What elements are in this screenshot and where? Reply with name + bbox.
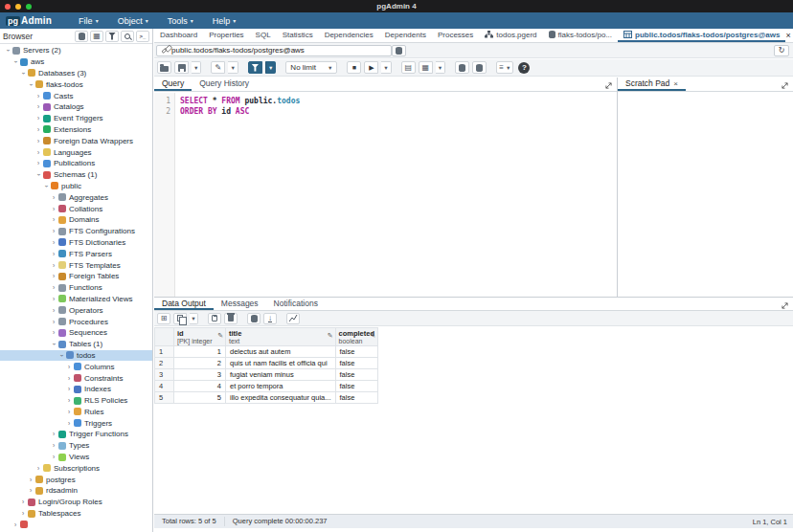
collapse-icon[interactable]: › — [51, 341, 57, 348]
edit-column-icon[interactable]: ✎ — [328, 332, 333, 340]
macros-button[interactable]: ≡▼ — [496, 61, 513, 74]
expand-icon[interactable]: › — [65, 375, 73, 382]
commit-button[interactable] — [455, 61, 469, 74]
tree-node-foreign-tables[interactable]: ›Foreign Tables — [0, 271, 152, 282]
tree-node-collations[interactable]: ›Collations — [0, 203, 152, 214]
tab-todos-pgerd[interactable]: todos.pgerd — [479, 29, 542, 42]
edit-options-dropdown[interactable]: ▼ — [228, 61, 238, 74]
tab-notifications[interactable]: Notifications — [266, 298, 326, 310]
expand-editor-button[interactable] — [605, 76, 612, 93]
expand-icon[interactable]: › — [50, 194, 57, 201]
tab-properties[interactable]: Properties — [203, 29, 249, 42]
close-tab-button[interactable]: × — [785, 31, 790, 40]
filter-options-dropdown[interactable]: ▼ — [265, 61, 276, 74]
expand-icon[interactable]: › — [50, 307, 57, 314]
collapse-icon[interactable]: › — [58, 351, 65, 359]
tree-node-flaks-todos[interactable]: ›flaks-todos — [0, 78, 152, 90]
tree-node-columns[interactable]: ›Columns — [0, 361, 152, 372]
tree-node-functions[interactable]: ›Functions — [0, 282, 152, 294]
download-button[interactable]: ↓ — [263, 313, 277, 324]
save-data-button[interactable] — [247, 313, 261, 324]
tree-node-indexes[interactable]: ›Indexes — [0, 384, 152, 395]
object-explorer-grid-button[interactable]: ▦ — [90, 31, 103, 42]
cell-id[interactable]: 3 — [174, 369, 226, 381]
cell-id[interactable]: 1 — [174, 346, 226, 358]
tree-node-schemas-1-[interactable]: ›Schemas (1) — [0, 169, 152, 181]
sql-line[interactable]: SELECT * FROM public.todos — [180, 96, 300, 106]
tree-node-login-group-roles[interactable]: ›Login/Group Roles — [0, 497, 152, 508]
expand-icon[interactable]: › — [65, 386, 73, 392]
select-all-corner[interactable] — [155, 328, 174, 346]
search-objects-button[interactable] — [121, 31, 134, 42]
expand-icon[interactable]: › — [65, 420, 73, 427]
tab-statistics[interactable]: Statistics — [277, 29, 319, 42]
collapse-icon[interactable]: › — [43, 182, 50, 189]
paste-button[interactable] — [208, 313, 221, 324]
delete-row-button[interactable] — [224, 313, 238, 324]
menu-tools[interactable]: Tools▾ — [168, 16, 193, 26]
cell-title[interactable]: illo expedita consequatur quia... — [226, 392, 336, 404]
edit-column-icon[interactable]: ✎ — [217, 332, 223, 340]
menu-file[interactable]: File▾ — [79, 16, 99, 26]
cell-title[interactable]: quis ut nam facilis et officia qui — [226, 358, 336, 369]
new-connection-button[interactable] — [392, 45, 406, 56]
tree-node-rules[interactable]: ›Rules — [0, 407, 152, 418]
column-header-completed[interactable]: completed boolean ✎ — [335, 328, 378, 346]
collapse-icon[interactable]: › — [20, 69, 27, 77]
expand-icon[interactable]: › — [27, 477, 34, 483]
save-file-button[interactable] — [174, 61, 189, 74]
expand-icon[interactable]: › — [19, 510, 27, 517]
filter-tree-button[interactable] — [105, 31, 119, 42]
cell-completed[interactable]: false — [335, 358, 378, 369]
row-number[interactable]: 4 — [155, 381, 174, 392]
copy-button[interactable] — [173, 313, 187, 324]
graph-visualiser-button[interactable] — [286, 313, 300, 324]
sql-editor[interactable]: 12 SELECT * FROM public.todosORDER BY id… — [154, 93, 617, 297]
tree-node-publications[interactable]: ›Publications — [0, 158, 152, 169]
tree-node-domains[interactable]: ›Domains — [0, 214, 152, 226]
expand-icon[interactable]: › — [50, 206, 57, 212]
expand-icon[interactable]: › — [11, 521, 19, 528]
open-file-button[interactable] — [157, 61, 171, 74]
collapse-icon[interactable]: › — [28, 80, 34, 88]
expand-icon[interactable]: › — [65, 364, 73, 370]
collapse-icon[interactable]: › — [5, 47, 11, 55]
explain-button[interactable]: ▤ — [401, 61, 416, 74]
cell-completed[interactable]: false — [335, 381, 378, 392]
expand-icon[interactable]: › — [34, 115, 42, 122]
help-button[interactable]: ? — [518, 62, 530, 74]
expand-icon[interactable]: › — [50, 454, 57, 460]
tree-node-databases-3-[interactable]: ›Databases (3) — [0, 68, 152, 79]
tree-node-todos[interactable]: ›todos — [0, 350, 152, 362]
tree-node-fts-dictionaries[interactable]: ›FTS Dictionaries — [0, 237, 152, 249]
tab-scratch-pad[interactable]: Scratch Pad × — [618, 78, 686, 91]
tab-dependents[interactable]: Dependents — [379, 29, 432, 42]
tree-node-tablespaces[interactable]: ›Tablespaces — [0, 508, 152, 520]
tree-node-event-triggers[interactable]: ›Event Triggers — [0, 113, 152, 124]
explain-analyze-button[interactable]: ▦ — [419, 61, 433, 74]
rollback-button[interactable] — [472, 61, 487, 74]
expand-icon[interactable]: › — [34, 126, 42, 133]
expand-icon[interactable]: › — [50, 319, 57, 325]
tab-data-output[interactable]: Data Output — [154, 298, 214, 310]
save-options-dropdown[interactable]: ▼ — [192, 61, 201, 74]
add-server-button[interactable] — [75, 31, 88, 42]
add-row-button[interactable]: ⊞ — [157, 313, 170, 324]
expand-icon[interactable]: › — [50, 284, 57, 291]
reload-button[interactable]: ↻ — [774, 45, 789, 56]
expand-icon[interactable]: › — [34, 160, 42, 166]
tree-node-aggregates[interactable]: ›Aggregates — [0, 191, 152, 203]
tree-node-foreign-data-wrappers[interactable]: ›Foreign Data Wrappers — [0, 135, 152, 146]
tree-node-operators[interactable]: ›Operators — [0, 304, 152, 316]
tree-node-casts[interactable]: ›Casts — [0, 90, 152, 101]
filter-button[interactable] — [248, 61, 262, 74]
tree-node-postgres[interactable]: ›postgres — [0, 474, 152, 485]
tab-sql[interactable]: SQL — [250, 29, 277, 42]
tree-node-constraints[interactable]: ›Constraints — [0, 372, 152, 384]
edit-button[interactable]: ✎ — [211, 61, 225, 74]
expand-icon[interactable]: › — [27, 487, 34, 494]
tree-node-fts-parsers[interactable]: ›FTS Parsers — [0, 248, 152, 259]
tree-node-subscriptions[interactable]: ›Subscriptions — [0, 462, 152, 474]
collapse-icon[interactable]: › — [35, 171, 42, 179]
scratch-pad-body[interactable] — [618, 93, 793, 297]
